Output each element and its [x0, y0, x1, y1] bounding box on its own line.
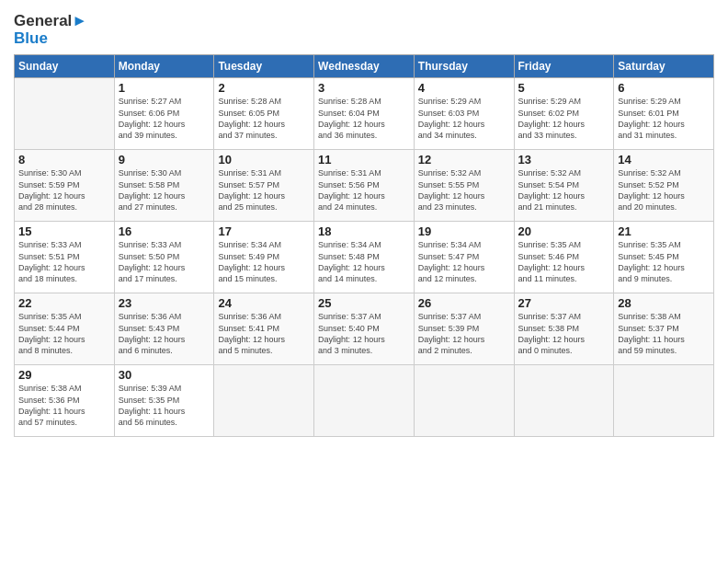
calendar-cell: 25Sunrise: 5:37 AMSunset: 5:40 PMDayligh…: [314, 293, 415, 365]
day-info: Sunrise: 5:33 AMSunset: 5:50 PMDaylight:…: [119, 239, 210, 284]
calendar-cell: 15Sunrise: 5:33 AMSunset: 5:51 PMDayligh…: [15, 222, 115, 293]
logo: General► Blue: [14, 13, 87, 47]
day-info: Sunrise: 5:36 AMSunset: 5:43 PMDaylight:…: [119, 311, 210, 356]
day-info: Sunrise: 5:29 AMSunset: 6:03 PMDaylight:…: [418, 96, 510, 141]
day-info: Sunrise: 5:35 AMSunset: 5:46 PMDaylight:…: [518, 239, 610, 284]
day-info: Sunrise: 5:35 AMSunset: 5:45 PMDaylight:…: [618, 239, 710, 284]
day-number: 22: [18, 296, 110, 310]
day-number: 10: [218, 153, 310, 167]
day-number: 5: [518, 81, 610, 95]
day-info: Sunrise: 5:34 AMSunset: 5:49 PMDaylight:…: [218, 239, 310, 284]
week-row-2: 15Sunrise: 5:33 AMSunset: 5:51 PMDayligh…: [15, 222, 714, 293]
calendar-cell: [414, 365, 514, 437]
day-info: Sunrise: 5:28 AMSunset: 6:05 PMDaylight:…: [218, 96, 310, 141]
day-info: Sunrise: 5:37 AMSunset: 5:39 PMDaylight:…: [418, 311, 510, 356]
calendar-cell: [314, 365, 415, 437]
day-number: 23: [119, 296, 210, 310]
day-number: 3: [318, 81, 410, 95]
day-info: Sunrise: 5:32 AMSunset: 5:52 PMDaylight:…: [618, 167, 710, 213]
calendar-cell: 19Sunrise: 5:34 AMSunset: 5:47 PMDayligh…: [414, 222, 514, 293]
calendar-cell: 30Sunrise: 5:39 AMSunset: 5:35 PMDayligh…: [114, 365, 214, 437]
calendar-cell: 23Sunrise: 5:36 AMSunset: 5:43 PMDayligh…: [114, 293, 214, 365]
day-number: 12: [418, 153, 510, 167]
calendar-cell: 24Sunrise: 5:36 AMSunset: 5:41 PMDayligh…: [214, 293, 314, 365]
header: General► Blue: [14, 9, 714, 47]
col-friday: Friday: [514, 55, 614, 78]
calendar-cell: 29Sunrise: 5:38 AMSunset: 5:36 PMDayligh…: [15, 365, 115, 437]
day-number: 20: [518, 224, 610, 238]
col-thursday: Thursday: [414, 55, 514, 78]
calendar-cell: 13Sunrise: 5:32 AMSunset: 5:54 PMDayligh…: [514, 150, 614, 222]
week-row-0: 1Sunrise: 5:27 AMSunset: 6:06 PMDaylight…: [15, 78, 714, 150]
day-number: 13: [518, 153, 610, 167]
day-number: 14: [618, 153, 710, 167]
calendar-cell: 26Sunrise: 5:37 AMSunset: 5:39 PMDayligh…: [414, 293, 514, 365]
day-info: Sunrise: 5:34 AMSunset: 5:47 PMDaylight:…: [418, 239, 510, 284]
day-info: Sunrise: 5:32 AMSunset: 5:54 PMDaylight:…: [518, 167, 610, 213]
day-info: Sunrise: 5:34 AMSunset: 5:48 PMDaylight:…: [318, 239, 410, 284]
calendar-cell: 14Sunrise: 5:32 AMSunset: 5:52 PMDayligh…: [614, 150, 714, 222]
day-number: 16: [119, 224, 210, 238]
calendar-cell: 6Sunrise: 5:29 AMSunset: 6:01 PMDaylight…: [614, 78, 714, 150]
calendar-cell: 3Sunrise: 5:28 AMSunset: 6:04 PMDaylight…: [314, 78, 415, 150]
day-info: Sunrise: 5:35 AMSunset: 5:44 PMDaylight:…: [18, 311, 110, 356]
day-number: 24: [218, 296, 310, 310]
day-info: Sunrise: 5:37 AMSunset: 5:38 PMDaylight:…: [518, 311, 610, 356]
calendar-cell: 8Sunrise: 5:30 AMSunset: 5:59 PMDaylight…: [15, 150, 115, 222]
day-number: 9: [119, 153, 210, 167]
week-row-4: 29Sunrise: 5:38 AMSunset: 5:36 PMDayligh…: [15, 365, 714, 437]
day-number: 11: [318, 153, 410, 167]
calendar-table: Sunday Monday Tuesday Wednesday Thursday…: [14, 54, 714, 437]
calendar-cell: 4Sunrise: 5:29 AMSunset: 6:03 PMDaylight…: [414, 78, 514, 150]
calendar-cell: 18Sunrise: 5:34 AMSunset: 5:48 PMDayligh…: [314, 222, 415, 293]
day-info: Sunrise: 5:31 AMSunset: 5:56 PMDaylight:…: [318, 167, 410, 213]
day-number: 17: [218, 224, 310, 238]
day-info: Sunrise: 5:30 AMSunset: 5:58 PMDaylight:…: [119, 167, 210, 213]
day-info: Sunrise: 5:38 AMSunset: 5:37 PMDaylight:…: [618, 311, 710, 356]
day-number: 2: [218, 81, 310, 95]
day-number: 15: [18, 224, 110, 238]
calendar-cell: [514, 365, 614, 437]
calendar-cell: 1Sunrise: 5:27 AMSunset: 6:06 PMDaylight…: [114, 78, 214, 150]
day-number: 18: [318, 224, 410, 238]
week-row-3: 22Sunrise: 5:35 AMSunset: 5:44 PMDayligh…: [15, 293, 714, 365]
day-number: 25: [318, 296, 410, 310]
calendar-cell: 10Sunrise: 5:31 AMSunset: 5:57 PMDayligh…: [214, 150, 314, 222]
day-number: 8: [18, 153, 110, 167]
calendar-container: General► Blue Sunday Monday Tuesday Wedn…: [0, 0, 728, 446]
day-info: Sunrise: 5:38 AMSunset: 5:36 PMDaylight:…: [18, 383, 110, 428]
day-info: Sunrise: 5:29 AMSunset: 6:02 PMDaylight:…: [518, 96, 610, 141]
day-info: Sunrise: 5:29 AMSunset: 6:01 PMDaylight:…: [618, 96, 710, 141]
calendar-cell: 12Sunrise: 5:32 AMSunset: 5:55 PMDayligh…: [414, 150, 514, 222]
day-info: Sunrise: 5:27 AMSunset: 6:06 PMDaylight:…: [119, 96, 210, 141]
day-info: Sunrise: 5:32 AMSunset: 5:55 PMDaylight:…: [418, 167, 510, 213]
calendar-cell: [614, 365, 714, 437]
day-number: 19: [418, 224, 510, 238]
day-number: 4: [418, 81, 510, 95]
day-number: 28: [618, 296, 710, 310]
calendar-cell: 9Sunrise: 5:30 AMSunset: 5:58 PMDaylight…: [114, 150, 214, 222]
day-number: 1: [119, 81, 210, 95]
day-info: Sunrise: 5:36 AMSunset: 5:41 PMDaylight:…: [218, 311, 310, 356]
calendar-cell: 16Sunrise: 5:33 AMSunset: 5:50 PMDayligh…: [114, 222, 214, 293]
calendar-cell: 21Sunrise: 5:35 AMSunset: 5:45 PMDayligh…: [614, 222, 714, 293]
calendar-cell: 17Sunrise: 5:34 AMSunset: 5:49 PMDayligh…: [214, 222, 314, 293]
day-info: Sunrise: 5:28 AMSunset: 6:04 PMDaylight:…: [318, 96, 410, 141]
day-info: Sunrise: 5:39 AMSunset: 5:35 PMDaylight:…: [119, 383, 210, 428]
calendar-cell: 11Sunrise: 5:31 AMSunset: 5:56 PMDayligh…: [314, 150, 415, 222]
col-wednesday: Wednesday: [314, 55, 415, 78]
day-info: Sunrise: 5:33 AMSunset: 5:51 PMDaylight:…: [18, 239, 110, 284]
day-info: Sunrise: 5:37 AMSunset: 5:40 PMDaylight:…: [318, 311, 410, 356]
header-row: Sunday Monday Tuesday Wednesday Thursday…: [15, 55, 714, 78]
day-number: 27: [518, 296, 610, 310]
day-number: 21: [618, 224, 710, 238]
calendar-cell: 28Sunrise: 5:38 AMSunset: 5:37 PMDayligh…: [614, 293, 714, 365]
calendar-cell: 5Sunrise: 5:29 AMSunset: 6:02 PMDaylight…: [514, 78, 614, 150]
calendar-cell: 2Sunrise: 5:28 AMSunset: 6:05 PMDaylight…: [214, 78, 314, 150]
calendar-cell: 22Sunrise: 5:35 AMSunset: 5:44 PMDayligh…: [15, 293, 115, 365]
week-row-1: 8Sunrise: 5:30 AMSunset: 5:59 PMDaylight…: [15, 150, 714, 222]
col-tuesday: Tuesday: [214, 55, 314, 78]
calendar-cell: [214, 365, 314, 437]
col-saturday: Saturday: [614, 55, 714, 78]
calendar-cell: 27Sunrise: 5:37 AMSunset: 5:38 PMDayligh…: [514, 293, 614, 365]
